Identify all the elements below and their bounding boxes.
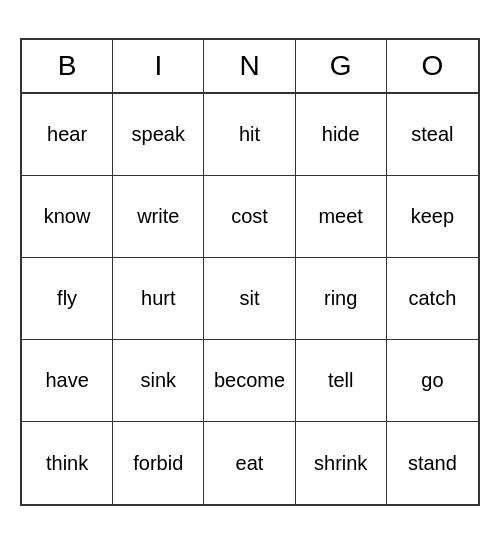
bingo-header-letter: I	[113, 40, 204, 92]
bingo-header-letter: B	[22, 40, 113, 92]
bingo-cell-r0-c0: hear	[22, 94, 113, 176]
bingo-header-letter: G	[296, 40, 387, 92]
bingo-grid: hearspeakhithidestealknowwritecostmeetke…	[22, 94, 478, 504]
bingo-cell-r1-c0: know	[22, 176, 113, 258]
bingo-header-letter: O	[387, 40, 478, 92]
bingo-cell-r3-c4: go	[387, 340, 478, 422]
bingo-cell-r1-c3: meet	[296, 176, 387, 258]
bingo-cell-r4-c3: shrink	[296, 422, 387, 504]
bingo-cell-r3-c3: tell	[296, 340, 387, 422]
bingo-cell-r4-c2: eat	[204, 422, 295, 504]
bingo-cell-r2-c1: hurt	[113, 258, 204, 340]
bingo-cell-r3-c1: sink	[113, 340, 204, 422]
bingo-cell-r1-c2: cost	[204, 176, 295, 258]
bingo-cell-r3-c0: have	[22, 340, 113, 422]
bingo-card: BINGO hearspeakhithidestealknowwritecost…	[20, 38, 480, 506]
bingo-cell-r2-c3: ring	[296, 258, 387, 340]
bingo-header: BINGO	[22, 40, 478, 94]
bingo-cell-r4-c4: stand	[387, 422, 478, 504]
bingo-cell-r3-c2: become	[204, 340, 295, 422]
bingo-cell-r2-c0: fly	[22, 258, 113, 340]
bingo-cell-r0-c2: hit	[204, 94, 295, 176]
bingo-cell-r0-c4: steal	[387, 94, 478, 176]
bingo-cell-r4-c0: think	[22, 422, 113, 504]
bingo-header-letter: N	[204, 40, 295, 92]
bingo-cell-r0-c3: hide	[296, 94, 387, 176]
bingo-cell-r2-c4: catch	[387, 258, 478, 340]
bingo-cell-r4-c1: forbid	[113, 422, 204, 504]
bingo-cell-r1-c1: write	[113, 176, 204, 258]
bingo-cell-r1-c4: keep	[387, 176, 478, 258]
bingo-cell-r2-c2: sit	[204, 258, 295, 340]
bingo-cell-r0-c1: speak	[113, 94, 204, 176]
